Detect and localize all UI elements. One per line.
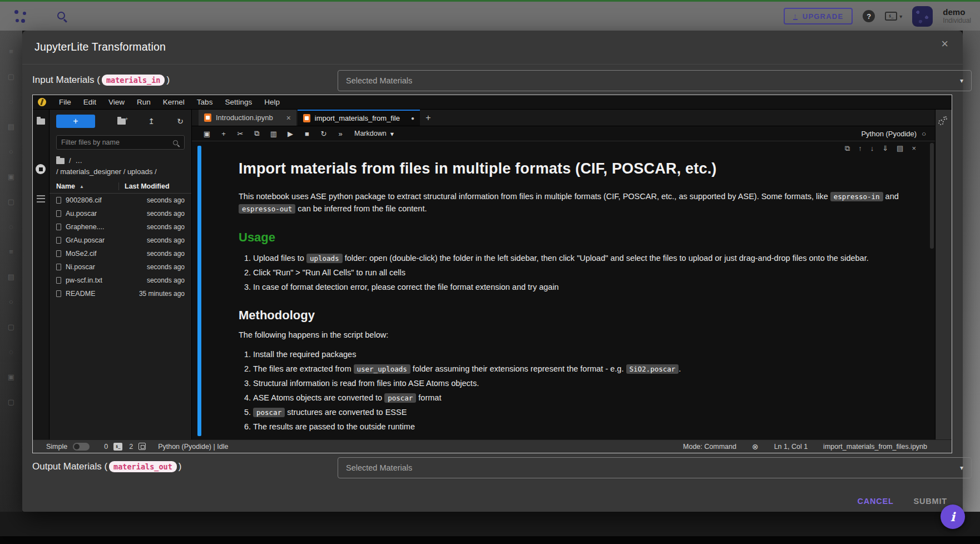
breadcrumb[interactable]: / … — [56, 157, 185, 165]
restart-kernel-icon[interactable]: ↻ — [315, 130, 332, 138]
menu-help[interactable]: Help — [258, 98, 286, 106]
table-of-contents-tab-icon[interactable] — [37, 195, 45, 202]
interrupt-kernel-icon[interactable]: ■ — [299, 130, 315, 138]
search-icon[interactable] — [57, 12, 65, 19]
text-run: can be inferred from the file content. — [295, 204, 427, 213]
menu-settings[interactable]: Settings — [219, 98, 258, 106]
terminal-menu[interactable]: $_ ▾ — [885, 12, 902, 21]
user-name: demo — [943, 7, 971, 17]
submit-button[interactable]: SUBMIT — [914, 497, 947, 506]
delete-cell-icon[interactable]: × — [912, 144, 916, 153]
file-row[interactable]: 9002806.cifseconds ago — [50, 194, 191, 207]
change-cell-format-icon[interactable]: ▤ — [897, 144, 903, 153]
text-run: The files are extracted from — [253, 364, 354, 373]
upload-files-icon[interactable]: ↥ — [148, 117, 155, 126]
file-row[interactable]: GrAu.poscarseconds ago — [50, 234, 191, 247]
background-sidebar-icon: ≡ — [0, 248, 22, 256]
jupyterlite-logo-icon — [38, 98, 46, 106]
file-row[interactable]: MoSe2.cifseconds ago — [50, 247, 191, 260]
close-icon[interactable]: × — [286, 113, 291, 122]
active-cell-indicator[interactable] — [197, 146, 201, 436]
menu-file[interactable]: File — [53, 98, 77, 106]
menu-view[interactable]: View — [102, 98, 131, 106]
mat3ra-logo-icon[interactable] — [13, 9, 27, 23]
file-list: 9002806.cifseconds agoAu.poscarseconds a… — [50, 194, 191, 439]
inline-code: uploads — [306, 254, 343, 263]
file-row[interactable]: Au.poscarseconds ago — [50, 207, 191, 220]
menu-kernel[interactable]: Kernel — [157, 98, 191, 106]
tab-introduction-ipynb[interactable]: Introduction.ipynb × — [199, 110, 296, 126]
run-all-cells-icon[interactable]: » — [332, 130, 349, 138]
jupyter-body: + + ↥ ↻ / … / materials_designer / u — [33, 110, 952, 439]
move-cell-up-icon[interactable]: ↑ — [858, 144, 862, 153]
copy-cells-icon[interactable]: ⧉ — [249, 129, 265, 138]
running-kernels-tab-icon[interactable] — [36, 164, 46, 174]
new-folder-icon[interactable]: + — [117, 118, 126, 125]
paste-cells-icon[interactable]: ▥ — [265, 130, 282, 138]
menu-run[interactable]: Run — [131, 98, 157, 106]
save-icon[interactable]: ▣ — [199, 130, 215, 138]
move-cell-down-icon[interactable]: ↓ — [870, 144, 874, 153]
filter-files-input[interactable] — [61, 139, 156, 146]
insert-cell-below-icon[interactable]: + — [215, 130, 232, 138]
chevron-down-icon: ▾ — [390, 130, 394, 138]
background-sidebar-icon: ▤ — [0, 122, 22, 131]
help-icon[interactable]: ? — [863, 10, 875, 22]
file-modified: seconds ago — [147, 196, 185, 204]
file-icon — [56, 250, 61, 257]
methodology-list: Install the required packagesThe files a… — [239, 349, 909, 433]
menu-edit[interactable]: Edit — [77, 98, 102, 106]
tab-import-materials-from-file[interactable]: import_materials_from_file ● — [298, 110, 420, 126]
cut-cells-icon[interactable]: ✂ — [232, 130, 249, 138]
close-icon[interactable]: × — [941, 38, 948, 50]
info-button[interactable]: i — [941, 505, 965, 529]
duplicate-cell-icon[interactable]: ⧉ — [845, 144, 850, 153]
breadcrumb-ellipsis[interactable]: … — [75, 157, 82, 165]
background-sidebar-icon: ▢ — [0, 197, 22, 206]
breadcrumb-path[interactable]: / materials_designer / uploads / — [56, 167, 185, 176]
cursor-position[interactable]: Ln 1, Col 1 — [774, 443, 808, 451]
file-row[interactable]: Ni.poscarseconds ago — [50, 260, 191, 274]
refresh-icon[interactable]: ↻ — [177, 117, 184, 126]
dropdown-label: Selected Materials — [346, 463, 412, 472]
insert-cell-below-icon[interactable]: ⇓ — [882, 144, 888, 153]
notebook-toolbar: ▣+✂⧉▥▶■↻» Markdown ▾ Python (Pyodide) ○ — [192, 126, 935, 141]
avatar[interactable] — [912, 6, 933, 27]
file-name: MoSe2.cif — [66, 250, 97, 258]
simple-mode-toggle[interactable] — [73, 443, 90, 451]
markdown-cell[interactable]: Import materials from files in multiple … — [239, 141, 909, 433]
input-selected-materials-dropdown[interactable]: Selected Materials ▾ — [338, 70, 972, 91]
background-sidebar-icon: ▣ — [0, 373, 22, 381]
screen: ↑ UPGRADE ? $_ ▾ demo Individual ≡▢◌▤○▣▢… — [0, 0, 980, 544]
column-last-modified[interactable]: Last Modified — [118, 182, 185, 190]
file-row[interactable]: README35 minutes ago — [50, 287, 191, 300]
cancel-button[interactable]: CANCEL — [857, 497, 893, 506]
kernel-indicator[interactable]: Python (Pyodide) ○ — [861, 130, 926, 138]
scrollbar-thumb[interactable] — [930, 143, 934, 249]
inline-code: SiO2.poscar — [626, 364, 679, 374]
trust-shield-icon[interactable]: ⊗ — [752, 442, 759, 451]
file-modified: seconds ago — [147, 236, 185, 244]
file-row[interactable]: pw-scf.in.txtseconds ago — [50, 274, 191, 287]
run-cell-icon[interactable]: ▶ — [282, 130, 299, 138]
menu-tabs[interactable]: Tabs — [191, 98, 219, 106]
breadcrumb-root[interactable]: / — [69, 157, 71, 165]
background-sidebar-icon: ▢ — [0, 72, 22, 81]
file-row[interactable]: Graphene....seconds ago — [50, 220, 191, 234]
file-browser-tab-icon[interactable] — [37, 118, 45, 125]
user-info[interactable]: demo Individual — [943, 7, 971, 24]
kernel-status[interactable]: Python (Pyodide) | Idle — [158, 443, 228, 451]
file-icon — [56, 264, 61, 270]
column-name[interactable]: Name ▲ — [56, 182, 118, 190]
property-inspector-gears-icon[interactable] — [938, 116, 949, 127]
output-selected-materials-dropdown[interactable]: Selected Materials ▾ — [338, 457, 972, 478]
background-sidebar-icon: ○ — [0, 298, 22, 306]
new-tab-button[interactable]: + — [420, 110, 437, 126]
tab-label: Introduction.ipynb — [216, 113, 273, 122]
new-launcher-button[interactable]: + — [56, 115, 95, 128]
dialog-title: JupyterLite Transformation — [34, 41, 166, 53]
notebook-heading: Import materials from files in multiple … — [239, 160, 909, 177]
upgrade-button[interactable]: ↑ UPGRADE — [784, 8, 853, 24]
background-sidebar-icon: ▢ — [0, 398, 22, 406]
cell-type-dropdown[interactable]: Markdown ▾ — [354, 130, 394, 138]
